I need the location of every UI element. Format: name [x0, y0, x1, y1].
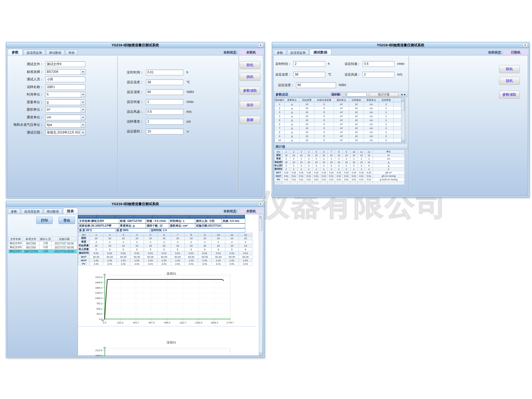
table-cell: 10 — [130, 236, 144, 240]
window-titlebar[interactable]: YG216-I织物透湿量仪测试系统 × — [6, 42, 264, 48]
close-icon[interactable]: × — [258, 202, 263, 206]
scroll-thumb[interactable] — [259, 218, 262, 231]
table-row[interactable]: 9g105m²10cm2 — [275, 134, 403, 138]
row-header: 终止质量 — [275, 164, 282, 168]
tab-测试数据[interactable]: 测试数据 — [46, 50, 65, 55]
chevron-down-icon[interactable] — [81, 92, 85, 97]
print-button[interactable]: 打印 — [36, 217, 53, 224]
tab-温湿度监测[interactable]: 温湿度监测 — [23, 50, 45, 55]
参数读取-button[interactable]: 参数读取 — [499, 91, 520, 99]
联机-button[interactable]: 联机 — [240, 61, 260, 69]
参数读取-button[interactable]: 参数读取 — [240, 87, 260, 95]
table-row[interactable]: 4g105m²10cm2 — [275, 114, 403, 118]
table-row[interactable]: 11g105m²10cm2 — [275, 142, 403, 143]
table-row[interactable]: 2g105m²10cm2 — [275, 106, 403, 110]
table-row[interactable]: 5g105m²10cm2 — [275, 118, 403, 122]
text-field[interactable]: 0.01 — [146, 70, 183, 75]
export-button[interactable]: 导出 — [59, 217, 75, 224]
chevron-down-icon[interactable] — [81, 130, 85, 135]
col-header: 6 — [320, 150, 327, 154]
table-row[interactable]: 10g105m²10cm2 — [275, 138, 403, 142]
dropdown-field[interactable]: kpa — [45, 122, 85, 128]
text-field[interactable]: 38 — [293, 72, 325, 77]
新建-button[interactable]: 新建 — [240, 116, 260, 124]
table-cell: 2 — [282, 168, 290, 171]
table-row[interactable]: 8g105m²10cm2 — [275, 130, 403, 134]
tab-温湿度监测[interactable]: 温湿度监测 — [287, 50, 309, 55]
pager-right-icon[interactable]: ▶ — [404, 93, 408, 96]
table-row[interactable]: 6g105m²10cm2 — [275, 122, 403, 126]
table-cell: 10 — [300, 102, 314, 106]
脱机-button[interactable]: 脱机 — [240, 73, 260, 81]
text-field[interactable]: 2 — [146, 99, 183, 105]
scroll-thumb[interactable] — [401, 102, 405, 111]
tab-报表[interactable]: 报表 — [65, 50, 78, 55]
table-cell: 2 — [379, 138, 394, 142]
file-row[interactable]: 测试文件6BS7209小田2017/7/27 00:00 — [9, 246, 77, 250]
text-field[interactable]: 0.5 — [363, 61, 394, 67]
table-row[interactable]: 7g105m²10cm2 — [275, 126, 403, 130]
tab-报表[interactable]: 报表 — [63, 208, 78, 214]
close-icon[interactable]: × — [523, 43, 528, 47]
tab-参数[interactable]: 参数 — [274, 50, 286, 55]
text-field[interactable]: 90 — [296, 82, 336, 88]
param-table-scrollbar[interactable]: ▲ ▼ — [401, 98, 405, 142]
chevron-down-icon[interactable] — [81, 69, 85, 74]
file-row[interactable]: 测试文件9BS7209小田2017/7/27 00:00 — [9, 242, 77, 246]
table-cell: 0.01 — [297, 174, 305, 178]
table-cell: 10 — [211, 236, 225, 240]
dropdown-field[interactable]: 星期五,2019年12月 6日 — [45, 130, 85, 135]
text-field[interactable]: 2 — [293, 61, 325, 67]
chevron-down-icon[interactable] — [81, 115, 85, 120]
table-cell: 10 — [117, 236, 130, 240]
tab-测试数据[interactable]: 测试数据 — [310, 49, 331, 55]
dropdown-field[interactable]: h — [45, 92, 85, 97]
chevron-down-icon[interactable] — [81, 122, 85, 127]
脱机-button[interactable]: 脱机 — [499, 77, 520, 85]
text-field[interactable]: 2 — [146, 119, 183, 124]
text-field[interactable]: 90 — [146, 89, 183, 95]
file-row[interactable]: 测试文件1GB/T12704小田2017/7/14 00:00 — [9, 250, 77, 253]
scroll-down-icon[interactable]: ▼ — [259, 352, 262, 355]
tab-参数[interactable]: 参数 — [8, 49, 23, 55]
联机-button[interactable]: 联机 — [499, 65, 520, 73]
dropdown-field[interactable]: cm — [45, 115, 85, 120]
scroll-up-icon[interactable]: ▲ — [401, 98, 405, 101]
table-cell: 0.01 — [103, 251, 117, 255]
text-field[interactable]: 10 — [146, 129, 183, 134]
window-titlebar[interactable]: YG216-I织物透湿量仪测试系统 × — [6, 201, 264, 207]
text-field[interactable]: 2 — [363, 72, 394, 77]
setting-row: 试样厚度：2cm — [119, 119, 239, 124]
table-header-row: 湿杯编号质量单位初始质量实验结束质量面积单位试样面积厚度单位试样厚度 — [275, 98, 403, 102]
chevron-down-icon[interactable] — [81, 107, 85, 112]
table-cell: 0.01 — [343, 178, 350, 181]
chevron-down-icon[interactable] — [81, 100, 85, 105]
table-cell: 5 — [314, 130, 334, 134]
dropdown-field[interactable]: BS7209 — [45, 69, 85, 75]
dropdown-field[interactable]: in² — [45, 107, 85, 113]
close-icon[interactable]: × — [258, 43, 263, 47]
text-field[interactable]: 小田 — [45, 77, 85, 82]
table-cell: 10 — [305, 154, 313, 157]
cup-count-input[interactable]: 12 — [343, 92, 367, 97]
text-field[interactable]: 测试文件9 — [45, 61, 85, 67]
保存-button[interactable]: 保存 — [240, 101, 260, 109]
window-titlebar[interactable]: YG216-I织物透湿量仪测试系统 × — [272, 42, 529, 48]
scroll-up-icon[interactable]: ▲ — [259, 215, 262, 218]
text-field[interactable]: 0.5 — [146, 109, 183, 115]
text-field[interactable]: 38 — [146, 80, 183, 85]
table-row[interactable]: 3g105m²10cm2 — [275, 110, 403, 114]
text-field[interactable]: 试样1 — [45, 84, 85, 90]
tab-测试数据[interactable]: 测试数据 — [44, 209, 62, 214]
table-cell: 2 — [350, 168, 358, 171]
dropdown-field[interactable]: g — [45, 99, 85, 105]
stat-calc-button[interactable]: 统计计算 — [369, 92, 398, 97]
tab-温湿度监测[interactable]: 温湿度监测 — [21, 209, 43, 214]
svg-text:2112.6: 2112.6 — [95, 276, 102, 279]
report-scrollbar[interactable]: ▲ ▼ — [259, 215, 262, 355]
scroll-down-icon[interactable]: ▼ — [401, 139, 405, 142]
table-cell: 1.01 — [117, 259, 130, 262]
tab-参数[interactable]: 参数 — [8, 209, 20, 214]
table-row[interactable]: 1g105m²10cm2 — [275, 102, 403, 106]
pager-left-icon[interactable]: ◀ — [398, 93, 404, 96]
